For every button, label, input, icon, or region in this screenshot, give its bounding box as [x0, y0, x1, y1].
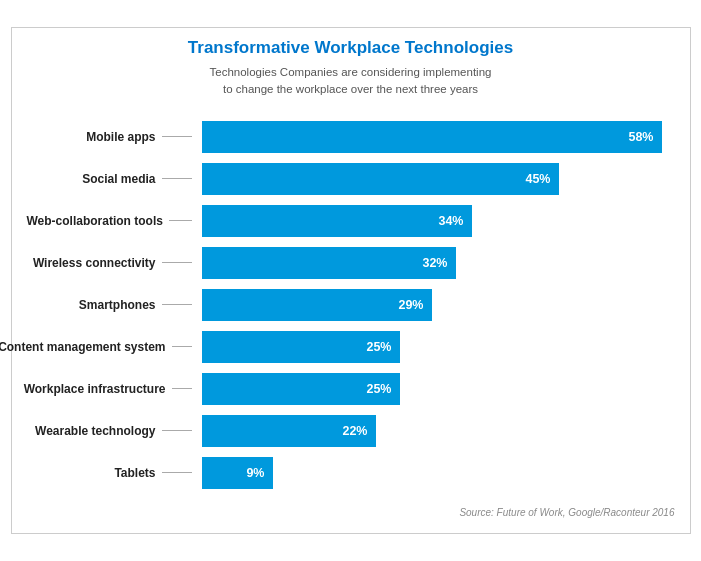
bar: 32% — [202, 247, 456, 279]
bar-col: 45% — [202, 163, 675, 195]
bar-label-text: Social media — [82, 172, 155, 186]
bar: 25% — [202, 331, 400, 363]
bar-label-text: Smartphones — [79, 298, 156, 312]
bar-value-label: 34% — [438, 214, 463, 228]
label-line — [172, 346, 192, 347]
bar-value-label: 32% — [422, 256, 447, 270]
source-line: Source: Future of Work, Google/Raconteur… — [27, 507, 675, 518]
label-line — [162, 262, 192, 263]
bar-col: 32% — [202, 247, 675, 279]
bar-row: Wireless connectivity32% — [27, 245, 675, 281]
bar-row: Mobile apps58% — [27, 119, 675, 155]
bar-col: 58% — [202, 121, 675, 153]
bar-label-text: Web-collaboration tools — [27, 214, 163, 228]
label-line — [162, 136, 192, 137]
bar-col: 25% — [202, 331, 675, 363]
bar-label-text: Content management system — [0, 340, 166, 354]
label-col: Social media — [27, 172, 202, 186]
chart-title: Transformative Workplace Technologies — [27, 38, 675, 58]
bar-value-label: 45% — [525, 172, 550, 186]
bar-col: 9% — [202, 457, 675, 489]
label-col: Wearable technology — [27, 424, 202, 438]
bar-label-text: Mobile apps — [86, 130, 155, 144]
label-col: Wireless connectivity — [27, 256, 202, 270]
bar: 58% — [202, 121, 662, 153]
bar-value-label: 29% — [398, 298, 423, 312]
bar-col: 29% — [202, 289, 675, 321]
label-col: Smartphones — [27, 298, 202, 312]
label-col: Content management system — [27, 340, 202, 354]
bar-label-text: Tablets — [114, 466, 155, 480]
bar: 25% — [202, 373, 400, 405]
bar-value-label: 22% — [342, 424, 367, 438]
bar-row: Workplace infrastructure25% — [27, 371, 675, 407]
bar-col: 22% — [202, 415, 675, 447]
label-col: Web-collaboration tools — [27, 214, 202, 228]
bar-row: Smartphones29% — [27, 287, 675, 323]
bar: 22% — [202, 415, 376, 447]
bar-value-label: 25% — [366, 382, 391, 396]
bar: 45% — [202, 163, 559, 195]
label-line — [162, 304, 192, 305]
bar-label-text: Wearable technology — [35, 424, 155, 438]
bar-col: 34% — [202, 205, 675, 237]
bar-row: Social media45% — [27, 161, 675, 197]
label-line — [169, 220, 192, 221]
bar-row: Content management system25% — [27, 329, 675, 365]
bar-label-text: Workplace infrastructure — [24, 382, 166, 396]
bar: 29% — [202, 289, 432, 321]
label-line — [162, 472, 192, 473]
bar: 34% — [202, 205, 472, 237]
bar-label-text: Wireless connectivity — [33, 256, 156, 270]
label-line — [172, 388, 192, 389]
bar-row: Wearable technology22% — [27, 413, 675, 449]
bar-row: Web-collaboration tools34% — [27, 203, 675, 239]
bar-value-label: 9% — [246, 466, 264, 480]
bar-col: 25% — [202, 373, 675, 405]
bar: 9% — [202, 457, 273, 489]
label-line — [162, 178, 192, 179]
bar-value-label: 25% — [366, 340, 391, 354]
chart-subtitle: Technologies Companies are considering i… — [27, 64, 675, 96]
label-line — [162, 430, 192, 431]
label-col: Mobile apps — [27, 130, 202, 144]
bar-value-label: 58% — [628, 130, 653, 144]
chart-container: Transformative Workplace Technologies Te… — [11, 27, 691, 533]
label-col: Workplace infrastructure — [27, 382, 202, 396]
label-col: Tablets — [27, 466, 202, 480]
bars-area: Mobile apps58%Social media45%Web-collabo… — [27, 119, 675, 497]
bar-row: Tablets9% — [27, 455, 675, 491]
